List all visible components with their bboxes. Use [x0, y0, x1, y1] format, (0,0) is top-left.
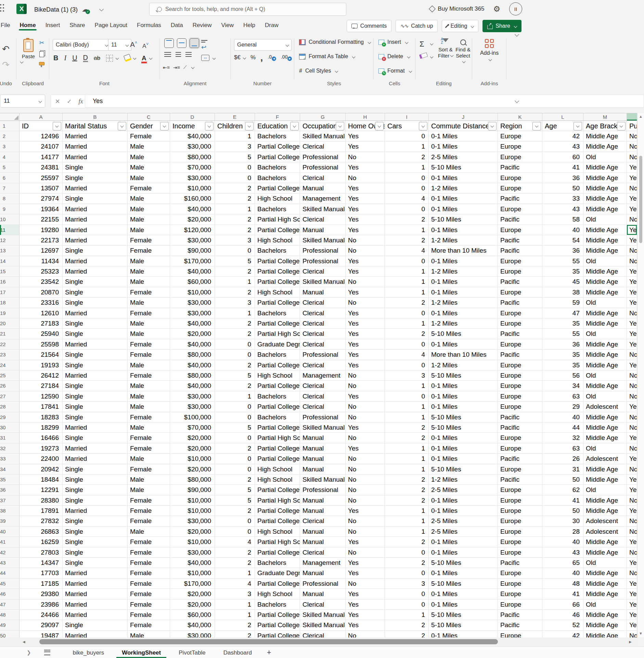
cell[interactable]: Single	[63, 318, 128, 329]
cell[interactable]: 16259	[20, 537, 63, 547]
cell[interactable]: High School	[255, 589, 300, 599]
cell[interactable]: 43	[542, 547, 583, 558]
avatar[interactable]: II	[509, 2, 522, 15]
cell[interactable]: Yes	[346, 506, 385, 516]
cell[interactable]: Bachelors	[255, 162, 300, 173]
column-header-education[interactable]: Education	[255, 121, 300, 131]
cell[interactable]: Middle Age	[583, 235, 627, 245]
cell[interactable]: Partial High School	[255, 214, 300, 225]
cell[interactable]: Middle Age	[583, 141, 627, 152]
enter-icon[interactable]: ✓	[67, 98, 72, 105]
cell[interactable]: Yes	[346, 620, 385, 630]
cell[interactable]: Single	[63, 173, 128, 183]
cell[interactable]: Europe	[498, 141, 542, 152]
cell[interactable]: $10,000	[170, 183, 215, 193]
cell[interactable]: Female	[128, 568, 170, 578]
cell[interactable]: $30,000	[170, 391, 215, 402]
cell[interactable]: Yes	[627, 454, 637, 464]
cell[interactable]: Partial College	[255, 516, 300, 526]
cell[interactable]: 0	[385, 589, 429, 599]
column-letter-C[interactable]: C	[128, 113, 170, 121]
cell[interactable]: Management	[300, 193, 346, 204]
cell[interactable]: Europe	[498, 589, 542, 599]
cell[interactable]: Yes	[346, 329, 385, 339]
row-number[interactable]: 6	[0, 173, 20, 183]
cell[interactable]: 2	[215, 443, 255, 454]
cell[interactable]: Male	[128, 225, 170, 235]
cell[interactable]: Male	[128, 193, 170, 204]
cell[interactable]: Bachelors	[255, 131, 300, 141]
cell[interactable]: 1	[385, 162, 429, 173]
cell[interactable]: Middle Age	[583, 339, 627, 350]
cell[interactable]: $10,000	[170, 568, 215, 578]
undo-icon[interactable]: ↶	[2, 44, 10, 54]
cell[interactable]: Partial High School	[255, 495, 300, 506]
cell[interactable]: 2	[385, 235, 429, 245]
cell[interactable]: Single	[63, 558, 128, 568]
add-ins-chevron-icon[interactable]	[488, 58, 492, 61]
increase-decimal-icon[interactable]: .00►	[281, 54, 292, 61]
scroll-left-icon[interactable]: ◄	[22, 640, 26, 644]
wrap-text-icon[interactable]: ↩	[201, 39, 207, 51]
menu-tab-review[interactable]: Review	[188, 22, 217, 29]
row-number[interactable]: 11	[0, 225, 20, 235]
align-left-icon[interactable]	[164, 52, 171, 58]
cell[interactable]: Yes	[346, 193, 385, 204]
cell[interactable]: Yes	[346, 391, 385, 402]
row-number[interactable]: 27	[0, 391, 20, 402]
cell[interactable]: $10,000	[170, 495, 215, 506]
cell[interactable]: 0	[385, 131, 429, 141]
row-number[interactable]: 26	[0, 381, 20, 391]
cell[interactable]: $30,000	[170, 308, 215, 318]
row-number[interactable]: 32	[0, 443, 20, 454]
cell[interactable]: 21564	[20, 350, 63, 360]
cell[interactable]: Middle Age	[583, 318, 627, 329]
cell[interactable]: 14177	[20, 152, 63, 162]
cell[interactable]: 19280	[20, 225, 63, 235]
cell[interactable]: Bachelors	[255, 308, 300, 318]
cell[interactable]: Bachelors	[255, 245, 300, 256]
cell[interactable]: 5-10 Miles	[429, 610, 498, 620]
cell[interactable]: Manual	[300, 454, 346, 464]
filter-button[interactable]	[336, 122, 344, 130]
cell[interactable]: Female	[128, 443, 170, 454]
cell[interactable]: Male	[128, 422, 170, 433]
cell[interactable]: Yes	[346, 183, 385, 193]
cell[interactable]: Female	[128, 287, 170, 298]
cell[interactable]: Partial College	[255, 620, 300, 630]
filter-button[interactable]	[290, 122, 299, 130]
align-right-icon[interactable]	[185, 52, 192, 58]
column-header-region[interactable]: Region	[498, 121, 542, 131]
cell[interactable]: Skilled Manual	[300, 204, 346, 214]
scroll-up-icon[interactable]: ▲	[639, 114, 643, 118]
cell[interactable]: 0	[385, 308, 429, 318]
cell[interactable]: 35	[542, 350, 583, 360]
cell[interactable]: Skilled Manual	[300, 422, 346, 433]
cell[interactable]: 31	[542, 464, 583, 474]
row-number[interactable]: 47	[0, 599, 20, 610]
cell[interactable]: 1-2 Miles	[429, 360, 498, 370]
autosum-icon[interactable]: Σ	[420, 40, 424, 49]
column-header-income[interactable]: Income	[170, 121, 215, 131]
cell[interactable]: Partial College	[255, 443, 300, 454]
cell[interactable]: 2	[385, 152, 429, 162]
row-number[interactable]: 49	[0, 620, 20, 630]
cell[interactable]: Clerical	[300, 308, 346, 318]
cell[interactable]: Pacific	[498, 620, 542, 630]
cell[interactable]: Male	[128, 474, 170, 485]
cell[interactable]: Single	[63, 547, 128, 558]
add-ins-icon[interactable]	[485, 39, 494, 48]
cell[interactable]: Female	[128, 516, 170, 526]
settings-gear-icon[interactable]: ⚙	[493, 5, 500, 13]
cell[interactable]: Europe	[498, 308, 542, 318]
font-name-select[interactable]: Calibri (Body)	[53, 39, 111, 51]
cell[interactable]: $30,000	[170, 141, 215, 152]
row-number[interactable]: 14	[0, 256, 20, 266]
filter-button[interactable]	[532, 122, 541, 130]
cell[interactable]: Yes	[346, 537, 385, 547]
cell[interactable]: 5	[215, 370, 255, 381]
filter-button[interactable]	[245, 122, 254, 130]
row-number[interactable]: 50	[0, 631, 20, 638]
menu-tab-draw[interactable]: Draw	[260, 22, 283, 29]
cell[interactable]: Female	[128, 506, 170, 516]
